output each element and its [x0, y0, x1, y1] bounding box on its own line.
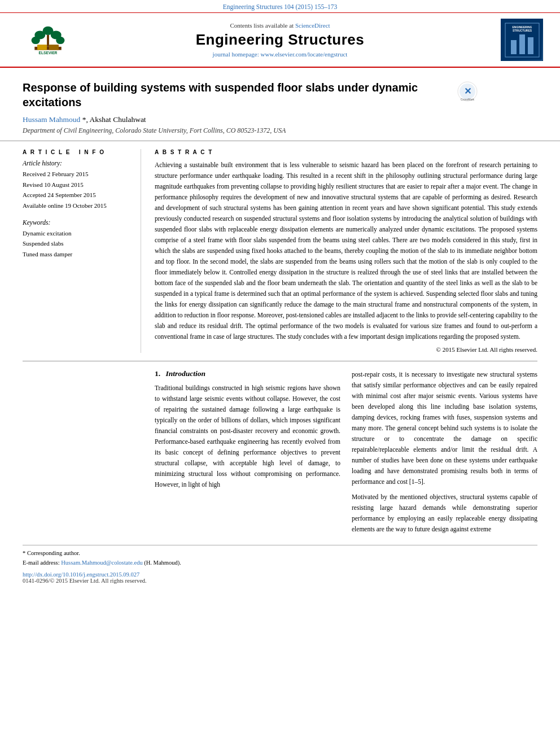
journal-badge-area: ENGINEERING STRUCTURES [481, 19, 543, 61]
author2-name: Akshat Chulahwat [90, 115, 146, 124]
introduction-section: 1. Introduction Traditional buildings co… [0, 369, 560, 539]
intro-left-col [23, 369, 141, 539]
available-date: Available online 19 October 2015 [23, 200, 132, 211]
author1-symbol: * [80, 115, 86, 124]
intro-content: 1. Introduction Traditional buildings co… [155, 369, 537, 539]
svg-text:✕: ✕ [464, 86, 471, 96]
footnote-email-line: E-mail address: Hussam.Mahmoud@colostate… [23, 558, 537, 568]
keywords-label: Keywords: [23, 219, 132, 226]
svg-rect-9 [49, 45, 59, 50]
accepted-date: Accepted 24 September 2015 [23, 190, 132, 200]
article-info-label: A R T I C L E I N F O [23, 149, 132, 155]
footnote-section: * Corresponding author. E-mail address: … [23, 545, 537, 568]
sciencedirect-line: Contents lists available at ScienceDirec… [79, 22, 481, 29]
keyword-1: Dynamic excitation [23, 228, 132, 239]
info-abstract-section: A R T I C L E I N F O Article history: R… [0, 141, 560, 353]
elsevier-logo-svg: ELSEVIER [23, 24, 73, 55]
issn-line: 0141-0296/© 2015 Elsevier Ltd. All right… [23, 578, 537, 584]
section-number: 1. [155, 369, 160, 378]
revised-date: Revised 10 August 2015 [23, 180, 132, 190]
keyword-3: Tuned mass damper [23, 249, 132, 260]
intro-text-left: 1. Introduction Traditional buildings co… [155, 369, 340, 539]
svg-text:CrossMark: CrossMark [461, 98, 475, 101]
article-info-column: A R T I C L E I N F O Article history: R… [23, 149, 141, 353]
journal-homepage: journal homepage: www.elsevier.com/locat… [79, 51, 481, 58]
article-title-section: Response of building systems with suspen… [0, 68, 560, 141]
svg-point-4 [32, 37, 40, 44]
footnote-star: * Corresponding author. [23, 550, 80, 556]
engineering-structures-badge: ENGINEERING STRUCTURES [501, 19, 543, 61]
sciencedirect-link[interactable]: ScienceDirect [295, 22, 330, 29]
intro-text-right: post-repair costs, it is necessary to in… [352, 369, 537, 539]
authors-line: Hussam Mahmoud *, Akshat Chulahwat [23, 115, 537, 124]
svg-rect-15 [528, 37, 533, 54]
email-link[interactable]: Hussam.Mahmoud@colostate.edu [61, 560, 142, 566]
abstract-section-label: A B S T R A C T [155, 149, 537, 155]
email-suffix: (H. Mahmoud). [143, 560, 181, 566]
svg-point-5 [56, 37, 64, 44]
article-title: Response of building systems with suspen… [23, 80, 452, 110]
affiliation-line: Department of Civil Engineering, Colorad… [23, 126, 537, 135]
section-heading: 1. Introduction [155, 369, 340, 378]
svg-rect-8 [37, 45, 47, 50]
title-row: Response of building systems with suspen… [23, 80, 537, 110]
intro-para2: post-repair costs, it is necessary to in… [352, 369, 537, 535]
history-label: Article history: [23, 160, 132, 167]
footnote-corresponding: * Corresponding author. [23, 549, 537, 558]
section-divider [23, 361, 537, 361]
svg-text:STRUCTURES: STRUCTURES [512, 29, 532, 32]
svg-text:ELSEVIER: ELSEVIER [39, 51, 58, 55]
crossmark-icon[interactable]: ✕ CrossMark [457, 81, 478, 102]
journal-reference: Engineering Structures 104 (2015) 155–17… [0, 0, 560, 13]
keywords-block: Keywords: Dynamic excitation Suspended s… [23, 219, 132, 260]
svg-rect-6 [47, 35, 49, 47]
bottom-doi-section: http://dx.doi.org/10.1016/j.engstruct.20… [0, 568, 560, 586]
journal-title: Engineering Structures [79, 31, 481, 49]
doi-link-line[interactable]: http://dx.doi.org/10.1016/j.engstruct.20… [23, 571, 537, 578]
journal-ref-text: Engineering Structures 104 (2015) 155–17… [223, 3, 338, 10]
email-label: E-mail address: [23, 560, 61, 566]
journal-header: ELSEVIER Contents lists available at Sci… [0, 13, 560, 68]
article-history-block: Article history: Received 2 February 201… [23, 160, 132, 211]
received-date: Received 2 February 2015 [23, 169, 132, 180]
abstract-copyright: © 2015 Elsevier Ltd. All rights reserved… [155, 346, 537, 353]
intro-para1: Traditional buildings constructed in hig… [155, 383, 340, 490]
journal-info-center: Contents lists available at ScienceDirec… [79, 22, 481, 58]
svg-rect-14 [519, 34, 525, 54]
doi-text[interactable]: http://dx.doi.org/10.1016/j.engstruct.20… [23, 571, 139, 578]
abstract-column: A B S T R A C T Achieving a sustainable … [155, 149, 537, 353]
abstract-body: Achieving a sustainable built environmen… [155, 160, 537, 342]
svg-rect-13 [511, 40, 517, 54]
elsevier-logo-area: ELSEVIER [17, 24, 79, 55]
author1-name[interactable]: Hussam Mahmoud [23, 115, 80, 124]
keyword-2: Suspended slabs [23, 238, 132, 249]
intro-title: Introduction [165, 369, 205, 378]
